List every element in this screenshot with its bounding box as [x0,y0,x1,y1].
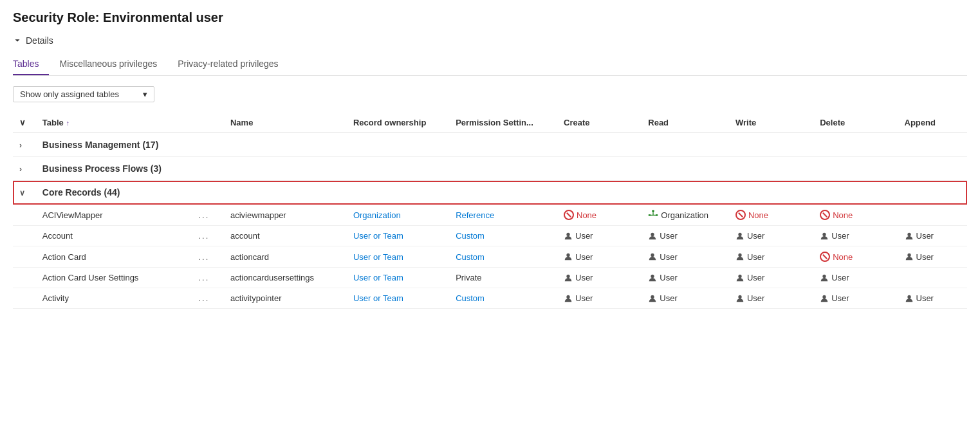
row-create: User [557,268,642,288]
row-name: actioncardusersettings [224,268,347,288]
row-read: User [642,246,729,268]
row-write: User [729,246,813,268]
filter-chevron-icon: ▾ [143,89,147,99]
ownership-link[interactable]: User or Team [353,252,403,262]
svg-point-5 [566,232,569,235]
row-read: Organization [642,205,729,226]
row-ownership: User or Team [347,226,449,246]
ownership-link[interactable]: User or Team [353,273,403,282]
permission-link[interactable]: Custom [456,293,485,303]
row-delete: None [813,246,898,268]
th-create: Create [557,113,642,133]
svg-point-22 [907,295,911,298]
svg-point-14 [566,274,569,277]
svg-point-15 [651,274,654,277]
svg-point-9 [907,232,911,235]
main-table: ∨ Table ↑ Name Record ownership Permissi [13,113,967,309]
group-chevron-icon[interactable]: ∨ [19,189,25,198]
row-dots-menu[interactable]: ... [196,292,212,304]
row-write: User [729,288,813,309]
group-row-business-management[interactable]: › Business Management (17) [13,133,967,157]
table-row: ACIViewMapper ... aciviewmapper Organiza… [13,205,967,226]
filter-dropdown[interactable]: Show only assigned tables ▾ [13,86,154,102]
details-section: Details [13,35,967,46]
row-read: User [642,288,729,309]
row-delete: User [813,268,898,288]
ownership-link[interactable]: User or Team [353,231,403,241]
row-append [898,205,968,226]
th-write: Write [729,113,813,133]
row-dots-menu[interactable]: ... [196,251,212,263]
row-append: User [898,246,968,268]
ownership-link[interactable]: Organization [353,210,401,220]
table-name: ACIViewMapper [36,205,190,226]
sort-asc-icon[interactable]: ↑ [66,119,69,127]
details-chevron-icon [13,36,22,45]
group-chevron-icon[interactable]: › [19,165,22,174]
row-read: User [642,226,729,246]
collapse-all-icon[interactable]: ∨ [19,118,26,127]
row-write: None [729,205,813,226]
row-dots-menu[interactable]: ... [196,209,212,221]
row-name: actioncard [224,246,347,268]
th-expand: ∨ [13,113,36,133]
row-permission: Reference [449,205,557,226]
permission-value: Private [456,273,481,282]
table-name: Action Card User Settings [36,268,190,288]
svg-rect-0 [652,210,654,212]
row-ownership: User or Team [347,288,449,309]
svg-point-8 [823,232,826,235]
table-name: Action Card [36,246,190,268]
svg-point-10 [566,253,569,257]
row-name: aciviewmapper [224,205,347,226]
permission-link[interactable]: Custom [456,252,485,262]
row-dots-menu[interactable]: ... [196,230,212,242]
group-row-core-records[interactable]: ∨ Core Records (44) [13,181,967,205]
row-write: User [729,226,813,246]
details-label: Details [26,35,53,46]
table-row: Action Card User Settings ... actioncard… [13,268,967,288]
th-append: Append [898,113,968,133]
tab-tables[interactable]: Tables [13,53,49,75]
row-append: User [898,288,968,309]
tab-miscellaneous[interactable]: Miscellaneous privileges [59,53,167,75]
svg-point-13 [907,253,911,257]
row-permission: Custom [449,246,557,268]
page-title: Security Role: Environmental user [13,10,967,25]
tabs-row: Tables Miscellaneous privileges Privacy-… [13,53,967,76]
row-name: activitypointer [224,288,347,309]
tab-privacy[interactable]: Privacy-related privileges [178,53,288,75]
th-name: Name [224,113,347,133]
table-name: Activity [36,288,190,309]
row-dots-menu[interactable]: ... [196,272,212,284]
table-container: ∨ Table ↑ Name Record ownership Permissi [13,113,967,309]
svg-point-6 [651,232,654,235]
permission-link[interactable]: Reference [456,210,494,220]
row-delete: None [813,205,898,226]
row-permission: Custom [449,226,557,246]
th-dots [189,113,224,133]
svg-point-7 [738,232,741,235]
svg-point-11 [651,253,654,257]
details-toggle[interactable]: Details [13,35,967,46]
filter-label: Show only assigned tables [20,89,119,99]
group-row-business-process-flows[interactable]: › Business Process Flows (3) [13,157,967,181]
table-header-row: ∨ Table ↑ Name Record ownership Permissi [13,113,967,133]
svg-point-12 [738,253,741,257]
row-permission: Private [449,268,557,288]
group-label: Business Management (17) [36,133,967,157]
row-ownership: User or Team [347,268,449,288]
row-ownership: Organization [347,205,449,226]
row-ownership: User or Team [347,246,449,268]
group-chevron-icon[interactable]: › [19,141,22,150]
svg-point-19 [651,295,654,298]
row-create: User [557,226,642,246]
row-create: User [557,288,642,309]
row-name: account [224,226,347,246]
group-label: Core Records (44) [36,181,967,205]
svg-point-18 [566,295,569,298]
table-row: Account ... account User or Team Custom … [13,226,967,246]
ownership-link[interactable]: User or Team [353,293,403,303]
permission-link[interactable]: Custom [456,231,485,241]
th-permission: Permission Settin... [449,113,557,133]
